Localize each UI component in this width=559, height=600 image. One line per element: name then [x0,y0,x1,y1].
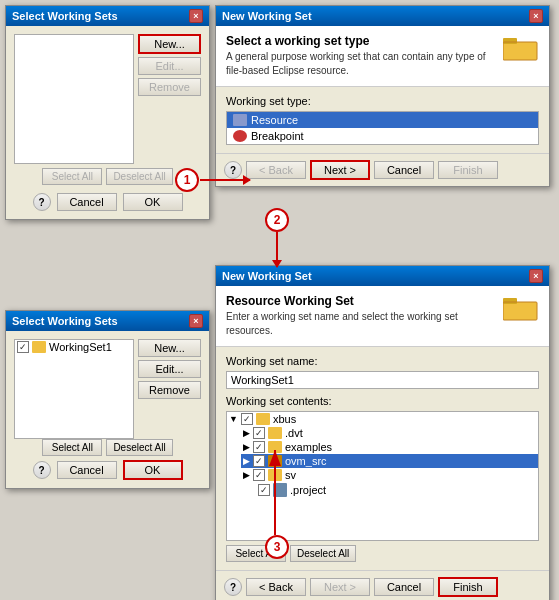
ovm-src-item[interactable]: ▶ ovm_src [241,454,538,468]
ovm-folder-icon [268,455,282,467]
annotation-circle-1: 1 [175,168,199,192]
deselect-all-button-top[interactable]: Deselect All [106,168,172,185]
working-sets-list-top[interactable] [14,34,134,164]
next-button-bottom[interactable]: Next > [310,578,370,596]
back-button-top[interactable]: < Back [246,161,306,179]
back-button-bottom[interactable]: < Back [246,578,306,596]
finish-button-bottom[interactable]: Finish [438,577,498,597]
select-all-button-bottom[interactable]: Select All [42,439,102,456]
new-button-bottom[interactable]: New... [138,339,201,357]
remove-button-top[interactable]: Remove [138,78,201,96]
working-set-type-label: Working set type: [226,95,539,107]
deselect-all-tree-button[interactable]: Deselect All [290,545,356,562]
sv-item[interactable]: ▶ sv [241,468,538,482]
annotation-circle-2: 2 [265,208,289,232]
workingset1-label: WorkingSet1 [49,341,112,353]
project-item[interactable]: .project [241,482,538,498]
title-bar-top-right: New Working Set × [216,6,549,26]
dvt-expand-icon[interactable]: ▶ [243,428,250,438]
close-button-top-right[interactable]: × [529,9,543,23]
sv-checkbox[interactable] [253,469,265,481]
deselect-all-button-bottom[interactable]: Deselect All [106,439,172,456]
ok-button-bottom-left[interactable]: OK [123,460,183,480]
project-label: .project [290,484,326,496]
cancel-button-bottom-left[interactable]: Cancel [57,461,117,479]
project-icon [273,483,287,497]
cancel-button-top-left[interactable]: Cancel [57,193,117,211]
edit-button-bottom[interactable]: Edit... [138,360,201,378]
workingset1-checkbox[interactable] [17,341,29,353]
ovm-expand-icon[interactable]: ▶ [243,456,250,466]
examples-item[interactable]: ▶ examples [241,440,538,454]
select-deselect-row-bottom: Select All Deselect All [14,439,201,456]
examples-expand-icon[interactable]: ▶ [243,442,250,452]
dvt-item[interactable]: ▶ .dvt [241,426,538,440]
cancel-button-nws-top[interactable]: Cancel [374,161,434,179]
examples-checkbox[interactable] [253,441,265,453]
dvt-checkbox[interactable] [253,427,265,439]
title-top-right: New Working Set [222,10,312,22]
finish-button-top[interactable]: Finish [438,161,498,179]
annotation-arrow-2 [276,232,278,267]
ovm-checkbox[interactable] [253,455,265,467]
title-bar-top-left: Select Working Sets × [6,6,209,26]
working-sets-list-bottom[interactable]: WorkingSet1 [14,339,134,439]
help-button-bottom-left[interactable]: ? [33,461,51,479]
nws-header-text-bottom: Resource Working Set Enter a working set… [226,294,495,338]
sv-expand-icon[interactable]: ▶ [243,470,250,480]
title-bar-bottom-left: Select Working Sets × [6,311,209,331]
nws-content-top: Working set type: Resource Breakpoint [216,87,549,153]
title-bar-bottom-right: New Working Set × [216,266,549,286]
title-bottom-left: Select Working Sets [12,315,118,327]
title-bottom-right: New Working Set [222,270,312,282]
working-set-type-list[interactable]: Resource Breakpoint [226,111,539,145]
svg-rect-3 [503,302,537,320]
svg-rect-1 [503,38,517,44]
close-button-bottom-right[interactable]: × [529,269,543,283]
sws-layout-top: New... Edit... Remove [14,34,201,164]
contents-label: Working set contents: [226,395,539,407]
xbus-expand-icon[interactable]: ▼ [229,414,238,424]
title-top-left: Select Working Sets [12,10,118,22]
examples-label: examples [285,441,332,453]
resource-item[interactable]: Resource [227,112,538,128]
xbus-checkbox[interactable] [241,413,253,425]
annotation-arrow-1 [200,179,250,181]
breakpoint-icon [233,130,247,142]
new-working-set-top: New Working Set × Select a working set t… [215,5,550,187]
help-button-nws-top[interactable]: ? [224,161,242,179]
annotation-circle-3: 3 [265,535,289,559]
sv-label: sv [285,469,296,481]
help-button-nws-bottom[interactable]: ? [224,578,242,596]
select-working-sets-bottom: Select Working Sets × WorkingSet1 New...… [5,310,210,489]
nws-title-top: Select a working set type [226,34,495,48]
sv-folder-icon [268,469,282,481]
xbus-tree-item[interactable]: ▼ xbus [227,412,538,426]
sws-layout-bottom: WorkingSet1 New... Edit... Remove [14,339,201,439]
examples-folder-icon [268,441,282,453]
ok-button-top-left[interactable]: OK [123,193,183,211]
breakpoint-item[interactable]: Breakpoint [227,128,538,144]
xbus-folder-icon [256,413,270,425]
cancel-button-nws-bottom[interactable]: Cancel [374,578,434,596]
nws-header-bottom: Resource Working Set Enter a working set… [216,286,549,347]
xbus-label: xbus [273,413,296,425]
help-button-top-left[interactable]: ? [33,193,51,211]
wizard-buttons-bottom: ? < Back Next > Cancel Finish [216,570,549,600]
right-buttons-top: New... Edit... Remove [138,34,201,164]
working-set-name-input[interactable] [226,371,539,389]
working-set-contents-tree[interactable]: ▼ xbus ▶ .dvt ▶ examples [226,411,539,541]
close-button-top-left[interactable]: × [189,9,203,23]
new-button-top[interactable]: New... [138,34,201,54]
edit-button-top[interactable]: Edit... [138,57,201,75]
next-button-top[interactable]: Next > [310,160,370,180]
close-button-bottom-left[interactable]: × [189,314,203,328]
svg-rect-4 [503,298,517,304]
dvt-folder-icon [268,427,282,439]
remove-button-bottom[interactable]: Remove [138,381,201,399]
workingset1-item[interactable]: WorkingSet1 [15,340,133,354]
xbus-children: ▶ .dvt ▶ examples ▶ ovm_src [241,426,538,498]
select-all-button-top[interactable]: Select All [42,168,102,185]
name-label: Working set name: [226,355,539,367]
project-checkbox[interactable] [258,484,270,496]
